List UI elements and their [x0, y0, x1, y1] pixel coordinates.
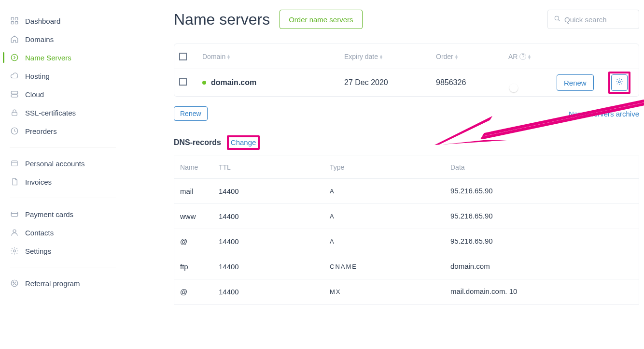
sort-icon: ▴▾ [455, 54, 458, 59]
dns-row: @ 14400 MX mail.domain.com. 10 [174, 279, 639, 305]
dns-ttl: 14400 [219, 262, 330, 271]
page-header: Name servers Order name servers [174, 10, 639, 29]
select-all-checkbox[interactable] [179, 53, 187, 60]
cell-expiry: 27 Dec 2020 [344, 78, 436, 87]
gear-icon [616, 78, 623, 87]
svg-point-17 [618, 81, 620, 83]
dns-ttl: 14400 [219, 288, 330, 296]
sidebar-item-domains[interactable]: Domains [0, 30, 126, 48]
svg-rect-9 [12, 161, 17, 166]
page-title: Name servers [174, 11, 270, 29]
sidebar-item-label: Domains [25, 35, 54, 44]
grid-icon [10, 16, 19, 26]
svg-rect-1 [15, 17, 18, 20]
dns-change-link[interactable]: Change [231, 138, 256, 146]
dns-type: A [330, 188, 450, 195]
sub-action-bar: Renew Name servers archive [174, 106, 639, 121]
order-name-servers-button[interactable]: Order name servers [280, 10, 362, 29]
row-checkbox[interactable] [179, 78, 187, 86]
main-content: Name servers Order name servers Domain ▴… [126, 0, 644, 349]
svg-point-12 [14, 250, 16, 252]
search-input[interactable] [564, 15, 633, 24]
sidebar-item-cloud[interactable]: Cloud [0, 85, 126, 103]
sidebar-item-invoices[interactable]: Invoices [0, 173, 126, 191]
annotation-highlight: Change [227, 135, 260, 150]
th-label: Expiry date [344, 53, 378, 60]
sidebar-group-billing: Personal accounts Invoices [0, 152, 126, 193]
sidebar-item-preorders[interactable]: Preorders [0, 122, 126, 140]
dns-name: www [180, 212, 219, 220]
name-servers-archive-link[interactable]: Name servers archive [569, 110, 639, 118]
sidebar-item-label: Preorders [25, 127, 57, 135]
sort-icon: ▴▾ [227, 54, 230, 59]
table-row: domain.com 27 Dec 2020 9856326 Renew [174, 69, 639, 96]
sort-icon: ▴▾ [528, 54, 531, 59]
renew-button[interactable]: Renew [557, 74, 594, 91]
sidebar-item-referral[interactable]: Referral program [0, 274, 126, 292]
sidebar-item-hosting[interactable]: Hosting [0, 67, 126, 85]
th-label: AR [508, 53, 518, 60]
sidebar-separator [10, 147, 116, 147]
dns-row: @ 14400 A 95.216.65.90 [174, 229, 639, 254]
sidebar-item-settings[interactable]: Settings [0, 242, 126, 260]
sidebar-item-label: Invoices [25, 178, 52, 186]
dns-row: ftp 14400 CNAME domain.com [174, 254, 639, 279]
sidebar-item-payment-cards[interactable]: Payment cards [0, 205, 126, 223]
sidebar-item-label: Settings [25, 247, 51, 255]
th-expiry[interactable]: Expiry date ▴▾ [344, 53, 436, 60]
sidebar-group-account: Payment cards Contacts Settings [0, 203, 126, 262]
name-servers-table: Domain ▴▾ Expiry date ▴▾ Order ▴▾ AR ? ▴… [174, 44, 639, 97]
quick-search[interactable] [547, 10, 639, 29]
sidebar-separator [10, 267, 116, 267]
dns-row: www 14400 A 95.216.65.90 [174, 204, 639, 229]
sidebar-item-label: SSL-certificates [25, 109, 76, 117]
arrow-right-circle-icon [10, 53, 19, 62]
dns-ttl: 14400 [219, 212, 330, 220]
dns-section-title: DNS-records [174, 138, 221, 147]
svg-point-4 [11, 54, 18, 61]
th-domain[interactable]: Domain ▴▾ [202, 53, 344, 60]
server-icon [10, 89, 19, 99]
dns-data: 95.216.65.90 [450, 211, 633, 222]
home-icon [10, 34, 19, 44]
svg-rect-7 [12, 112, 17, 116]
dns-ttl: 14400 [219, 187, 330, 195]
status-dot-icon [202, 81, 206, 85]
sidebar-item-ssl[interactable]: SSL-certificates [0, 103, 126, 122]
dns-name: @ [180, 288, 219, 296]
sidebar-item-dashboard[interactable]: Dashboard [0, 12, 126, 30]
dns-data: domain.com [450, 261, 633, 272]
dns-type: A [330, 213, 450, 220]
sidebar-group-main: Dashboard Domains Name Servers Hosting C… [0, 10, 126, 142]
svg-point-11 [13, 230, 16, 233]
sidebar-item-personal-accounts[interactable]: Personal accounts [0, 154, 126, 173]
th-data: Data [450, 163, 633, 171]
row-settings-button[interactable] [611, 74, 628, 91]
search-icon [554, 15, 560, 24]
sidebar-item-label: Hosting [25, 72, 50, 80]
dns-data: 95.216.65.90 [450, 186, 633, 197]
card-icon [10, 209, 19, 219]
sidebar-item-contacts[interactable]: Contacts [0, 223, 126, 242]
dns-section-head: DNS-records Change [174, 135, 639, 150]
dns-records-table: Name TTL Type Data mail 14400 A 95.216.6… [174, 156, 639, 305]
help-icon[interactable]: ? [519, 53, 526, 60]
dns-type: CNAME [330, 263, 450, 270]
lock-icon [10, 108, 19, 117]
annotation-highlight [608, 72, 630, 94]
table-header-row: Domain ▴▾ Expiry date ▴▾ Order ▴▾ AR ? ▴… [174, 44, 639, 69]
svg-point-14 [13, 282, 14, 283]
box-icon [10, 159, 19, 168]
sidebar-item-name-servers[interactable]: Name Servers [0, 48, 126, 67]
bulk-renew-button[interactable]: Renew [174, 106, 208, 121]
dns-data: 95.216.65.90 [450, 236, 633, 247]
svg-rect-10 [11, 212, 18, 217]
th-type: Type [330, 163, 450, 171]
dns-name: @ [180, 237, 219, 246]
clock-icon [10, 126, 19, 136]
file-icon [10, 177, 19, 187]
th-ar[interactable]: AR ? ▴▾ [508, 53, 557, 60]
sidebar-item-label: Name Servers [25, 54, 71, 62]
th-label: Domain [202, 53, 225, 60]
th-order[interactable]: Order ▴▾ [436, 53, 508, 60]
